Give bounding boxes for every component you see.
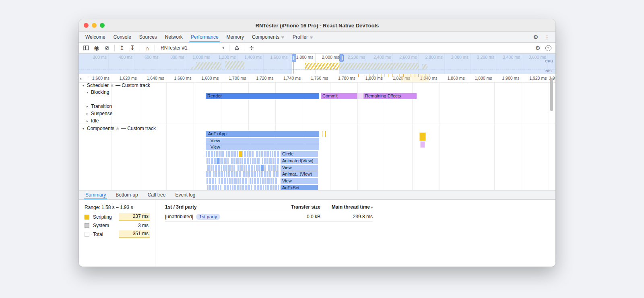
details-tab-summary[interactable]: Summary <box>80 190 111 199</box>
component-segment[interactable] <box>248 171 250 177</box>
component-segment[interactable] <box>269 158 272 164</box>
help-icon[interactable]: ? <box>543 43 553 52</box>
component-segment[interactable] <box>236 158 239 164</box>
component-segment[interactable] <box>257 158 260 164</box>
component-segment[interactable] <box>226 151 227 157</box>
component-segment[interactable] <box>231 151 233 157</box>
component-segment[interactable] <box>213 165 214 171</box>
component-segment[interactable] <box>225 165 227 171</box>
component-segment[interactable] <box>229 178 231 184</box>
commit-bar[interactable]: Commit <box>321 93 357 99</box>
component-segment[interactable] <box>208 158 210 164</box>
component-segment[interactable] <box>221 171 223 177</box>
component-bar-animat-view-6[interactable]: Animat...(View) <box>281 171 318 177</box>
component-segment[interactable] <box>228 151 230 157</box>
twisty-icon[interactable]: ▾ <box>81 84 85 87</box>
tab-performance[interactable]: Performance <box>187 32 223 42</box>
component-segment[interactable] <box>244 158 246 164</box>
component-segment[interactable] <box>277 151 279 157</box>
component-segment[interactable] <box>251 185 252 190</box>
component-segment[interactable] <box>270 178 272 184</box>
component-bar-anexapp-0[interactable]: AnExApp <box>206 131 319 137</box>
component-segment[interactable] <box>208 151 210 157</box>
component-bar-view-1[interactable]: View <box>206 138 319 144</box>
component-segment[interactable] <box>218 171 220 177</box>
component-segment[interactable] <box>231 178 233 184</box>
component-segment[interactable] <box>254 178 256 184</box>
yellow-tick-small[interactable] <box>322 131 323 137</box>
component-segment[interactable] <box>207 165 210 171</box>
component-segment[interactable] <box>240 185 242 190</box>
component-segment[interactable] <box>206 158 208 164</box>
component-segment[interactable] <box>257 185 259 190</box>
component-segment[interactable] <box>270 185 272 190</box>
col-transfer-size[interactable]: Transfer size <box>272 204 320 210</box>
clear-icon[interactable]: ⊘ <box>102 43 112 52</box>
component-segment[interactable] <box>219 151 221 157</box>
component-segment[interactable] <box>211 165 212 171</box>
commit-gap-bar[interactable] <box>358 93 363 99</box>
component-segment[interactable] <box>248 185 250 190</box>
tab-sources[interactable]: Sources <box>135 32 161 42</box>
record-icon[interactable]: ◉ <box>92 43 101 52</box>
component-segment[interactable] <box>273 171 275 177</box>
component-segment[interactable] <box>230 185 231 190</box>
component-segment[interactable] <box>251 171 253 177</box>
more-menu-icon[interactable]: ⋮ <box>543 33 551 41</box>
late-commit-block[interactable] <box>420 141 425 148</box>
details-tab-bottom-up[interactable]: Bottom-up <box>111 190 142 199</box>
component-segment[interactable] <box>265 185 266 190</box>
component-segment[interactable] <box>256 165 258 171</box>
component-segment[interactable] <box>216 151 218 157</box>
component-segment[interactable] <box>218 185 219 190</box>
component-segment[interactable] <box>218 165 220 171</box>
component-segment[interactable] <box>207 185 208 190</box>
component-segment[interactable] <box>239 178 241 184</box>
selection-handle-left[interactable] <box>292 54 296 62</box>
track-title[interactable]: Components <box>87 126 114 131</box>
component-segment[interactable] <box>259 151 260 157</box>
component-segment[interactable] <box>267 171 268 177</box>
component-segment[interactable] <box>275 185 277 190</box>
component-segment[interactable] <box>221 178 223 184</box>
component-segment[interactable] <box>260 178 261 184</box>
upload-profile-icon[interactable]: ↥ <box>117 43 127 52</box>
component-segment[interactable] <box>223 165 225 171</box>
component-segment[interactable] <box>233 158 235 164</box>
twisty-icon[interactable]: ▾ <box>81 127 85 130</box>
garbage-collect-icon[interactable] <box>232 43 242 52</box>
component-segment[interactable] <box>270 165 272 171</box>
component-segment[interactable] <box>267 185 269 190</box>
component-segment[interactable] <box>245 185 247 190</box>
tab-components[interactable]: Components⚛ <box>248 32 289 42</box>
component-segment[interactable] <box>266 151 269 157</box>
component-segment[interactable] <box>257 178 259 184</box>
component-segment[interactable] <box>237 151 238 157</box>
component-segment[interactable] <box>269 171 271 177</box>
component-segment[interactable] <box>274 151 276 157</box>
component-segment[interactable] <box>231 165 233 171</box>
timeline-overview[interactable]: 200 ms400 ms600 ms800 ms1,000 ms1,200 ms… <box>79 54 555 74</box>
component-bar-anexset-8[interactable]: AnExSet <box>281 185 318 190</box>
component-segment[interactable] <box>264 151 266 157</box>
component-segment[interactable] <box>275 158 276 164</box>
component-segment[interactable] <box>239 158 241 164</box>
component-segment[interactable] <box>227 178 228 184</box>
target-select[interactable]: RNTester #1 ▾ <box>157 44 227 52</box>
component-segment[interactable] <box>254 185 256 190</box>
component-segment-accent[interactable] <box>261 165 264 171</box>
tab-welcome[interactable]: Welcome <box>81 32 109 42</box>
twisty-icon[interactable]: ▾ <box>85 91 89 94</box>
tab-console[interactable]: Console <box>109 32 135 42</box>
component-segment[interactable] <box>262 178 264 184</box>
component-bar-view-2[interactable]: View <box>206 144 319 150</box>
component-segment[interactable] <box>272 178 274 184</box>
component-segment[interactable] <box>260 185 262 190</box>
component-segment[interactable] <box>243 171 246 177</box>
component-bar-animated-view-4[interactable]: Animated(View) <box>281 158 318 164</box>
component-segment[interactable] <box>232 185 233 190</box>
component-segment[interactable] <box>279 165 279 171</box>
component-segment[interactable] <box>237 185 239 190</box>
component-segment[interactable] <box>251 165 253 171</box>
component-segment[interactable] <box>261 171 263 177</box>
